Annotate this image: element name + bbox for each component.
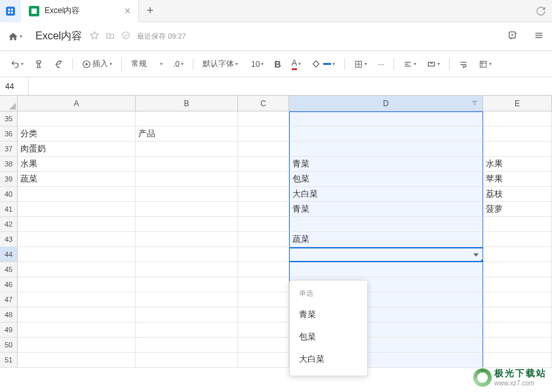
cell-B51[interactable] bbox=[136, 353, 238, 368]
cell-B36[interactable]: 产品 bbox=[136, 127, 238, 142]
cell-D36[interactable] bbox=[289, 127, 483, 142]
freeze-button[interactable]: ▾ bbox=[475, 57, 496, 71]
column-header-E[interactable]: E bbox=[483, 96, 552, 111]
cell-E35[interactable] bbox=[483, 111, 552, 127]
cell-E39[interactable]: 苹果 bbox=[483, 172, 552, 187]
row-header-51[interactable]: 51 bbox=[0, 353, 18, 368]
cell-A35[interactable] bbox=[18, 111, 136, 127]
cell-C41[interactable] bbox=[238, 202, 289, 217]
cell-D39[interactable]: 包菜 bbox=[289, 172, 483, 187]
refresh-icon[interactable] bbox=[530, 0, 552, 22]
cell-reference[interactable]: 44 bbox=[0, 77, 29, 95]
star-icon[interactable] bbox=[90, 31, 99, 42]
cell-D41[interactable]: 青菜 bbox=[289, 202, 483, 217]
cell-A44[interactable] bbox=[18, 247, 136, 262]
cell-D38[interactable]: 青菜 bbox=[289, 157, 483, 172]
cell-B45[interactable] bbox=[136, 262, 238, 277]
clear-format-button[interactable] bbox=[50, 57, 67, 71]
cell-B37[interactable] bbox=[136, 142, 238, 157]
row-header-46[interactable]: 46 bbox=[0, 277, 18, 292]
cell-A50[interactable] bbox=[18, 338, 136, 353]
cell-C44[interactable] bbox=[238, 247, 289, 262]
cell-E50[interactable] bbox=[483, 338, 552, 353]
cell-E38[interactable]: 水果 bbox=[483, 157, 552, 172]
row-header-41[interactable]: 41 bbox=[0, 202, 18, 217]
row-header-43[interactable]: 43 bbox=[0, 232, 18, 247]
row-header-44[interactable]: 44 bbox=[0, 247, 18, 262]
cell-C51[interactable] bbox=[238, 353, 289, 368]
cell-A46[interactable] bbox=[18, 277, 136, 292]
spreadsheet[interactable]: ABCDE3536分类产品37肉蛋奶38水果青菜水果39蔬菜包菜苹果40大白菜荔… bbox=[0, 96, 552, 392]
undo-button[interactable]: ▾ bbox=[7, 57, 28, 71]
cell-C45[interactable] bbox=[238, 262, 289, 277]
cell-E47[interactable] bbox=[483, 292, 552, 307]
column-header-C[interactable]: C bbox=[238, 96, 289, 111]
row-header-38[interactable]: 38 bbox=[0, 157, 18, 172]
cell-C38[interactable] bbox=[238, 157, 289, 172]
cell-A45[interactable] bbox=[18, 262, 136, 277]
close-tab-icon[interactable]: × bbox=[125, 5, 130, 17]
cell-B47[interactable] bbox=[136, 292, 238, 307]
cell-D40[interactable]: 大白菜 bbox=[289, 187, 483, 202]
column-header-D[interactable]: D bbox=[289, 96, 483, 111]
cell-A40[interactable] bbox=[18, 187, 136, 202]
cell-A38[interactable]: 水果 bbox=[18, 157, 136, 172]
row-header-35[interactable]: 35 bbox=[0, 111, 18, 127]
cell-E41[interactable]: 菠萝 bbox=[483, 202, 552, 217]
cell-E36[interactable] bbox=[483, 127, 552, 142]
font-size-dropdown[interactable]: 10▾ bbox=[247, 57, 267, 71]
cell-D35[interactable] bbox=[289, 111, 483, 127]
cell-B49[interactable] bbox=[136, 323, 238, 338]
cell-C43[interactable] bbox=[238, 232, 289, 247]
cell-E45[interactable] bbox=[483, 262, 552, 277]
cell-B42[interactable] bbox=[136, 217, 238, 232]
row-header-37[interactable]: 37 bbox=[0, 142, 18, 157]
cell-C42[interactable] bbox=[238, 217, 289, 232]
cell-A39[interactable]: 蔬菜 bbox=[18, 172, 136, 187]
column-header-A[interactable]: A bbox=[18, 96, 136, 111]
row-header-39[interactable]: 39 bbox=[0, 172, 18, 187]
cell-C40[interactable] bbox=[238, 187, 289, 202]
row-header-48[interactable]: 48 bbox=[0, 307, 18, 323]
cell-B48[interactable] bbox=[136, 307, 238, 323]
select-all-corner[interactable] bbox=[0, 96, 18, 111]
cell-E51[interactable] bbox=[483, 353, 552, 368]
cell-B38[interactable] bbox=[136, 157, 238, 172]
cell-B39[interactable] bbox=[136, 172, 238, 187]
decimal-button[interactable]: .0▾ bbox=[169, 57, 187, 71]
cell-C39[interactable] bbox=[238, 172, 289, 187]
column-header-B[interactable]: B bbox=[136, 96, 238, 111]
document-tab[interactable]: Excel内容 × bbox=[21, 0, 139, 22]
cell-A37[interactable]: 肉蛋奶 bbox=[18, 142, 136, 157]
dropdown-item[interactable]: 大白菜 bbox=[290, 348, 367, 370]
format-painter-button[interactable] bbox=[30, 57, 47, 71]
bold-button[interactable]: B bbox=[270, 56, 285, 72]
borders-button[interactable]: ▾ bbox=[350, 57, 371, 71]
cell-E42[interactable] bbox=[483, 217, 552, 232]
cell-C49[interactable] bbox=[238, 323, 289, 338]
cell-E40[interactable]: 荔枝 bbox=[483, 187, 552, 202]
merge-button[interactable]: ▾ bbox=[423, 57, 444, 71]
row-header-45[interactable]: 45 bbox=[0, 262, 18, 277]
cell-D43[interactable]: 蔬菜 bbox=[289, 232, 483, 247]
cell-C37[interactable] bbox=[238, 142, 289, 157]
more-button[interactable]: ··· bbox=[374, 57, 388, 71]
cell-E43[interactable] bbox=[483, 232, 552, 247]
cell-A36[interactable]: 分类 bbox=[18, 127, 136, 142]
cell-B46[interactable] bbox=[136, 277, 238, 292]
move-to-folder-icon[interactable] bbox=[106, 31, 115, 42]
cell-B41[interactable] bbox=[136, 202, 238, 217]
row-header-50[interactable]: 50 bbox=[0, 338, 18, 353]
insert-button[interactable]: 插入▾ bbox=[78, 56, 116, 72]
font-color-button[interactable]: A▾ bbox=[288, 55, 306, 73]
dropdown-item[interactable]: 青菜 bbox=[290, 304, 367, 326]
cell-C48[interactable] bbox=[238, 307, 289, 323]
cell-B44[interactable] bbox=[136, 247, 238, 262]
cell-A42[interactable] bbox=[18, 217, 136, 232]
row-header-47[interactable]: 47 bbox=[0, 292, 18, 307]
wrap-text-button[interactable] bbox=[455, 57, 472, 71]
cell-E49[interactable] bbox=[483, 323, 552, 338]
cell-B50[interactable] bbox=[136, 338, 238, 353]
cell-A49[interactable] bbox=[18, 323, 136, 338]
dropdown-item[interactable]: 包菜 bbox=[290, 326, 367, 348]
